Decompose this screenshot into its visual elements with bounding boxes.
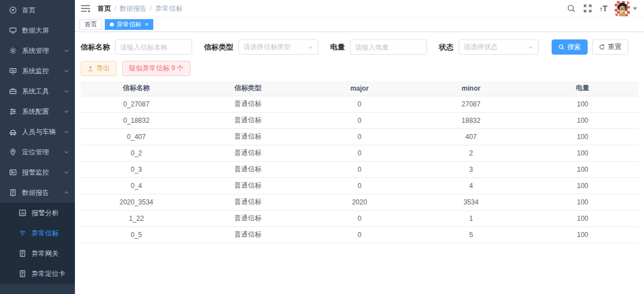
tab-home[interactable]: 首页 <box>79 19 102 30</box>
column-header: minor <box>415 81 527 96</box>
sidebar-item-label: 系统管理 <box>22 46 64 56</box>
sidebar-item-system-config[interactable]: 系统配置 <box>0 101 75 122</box>
chevron-down-icon <box>64 68 69 74</box>
table-cell: 0 <box>304 145 415 161</box>
table-cell: 100 <box>527 194 638 210</box>
chevron-down-icon <box>64 129 69 135</box>
tab-close-icon[interactable]: × <box>145 21 148 28</box>
font-size-icon[interactable]: TT <box>599 5 607 12</box>
filter-bar: 信标名称信标类型请选择信标类型电量状态请选择状态 搜索 重置 <box>75 32 644 61</box>
chevron-up-icon <box>64 190 69 195</box>
breadcrumb-data-reports[interactable]: 数据报告 <box>119 4 146 14</box>
chevron-down-icon <box>64 170 69 175</box>
table-row[interactable]: 2020_3534普通信标20203534100 <box>81 194 638 210</box>
alarm-icon <box>8 168 17 177</box>
column-header: 信标名称 <box>81 81 192 96</box>
beacon-name-input[interactable] <box>115 39 192 55</box>
action-row: 导出 疑似异常信标 9 个 <box>75 61 644 81</box>
breadcrumb-home[interactable]: 首页 <box>97 4 111 14</box>
table-header-row: 信标名称信标类型majorminor电量 <box>81 81 638 96</box>
sidebar-menu: 首页数据大屏系统管理系统监控系统工具系统配置人员与车辆定位管理报警监控数据报告报… <box>0 0 75 284</box>
search-button[interactable]: 搜索 <box>552 39 588 55</box>
table-cell: 0_2 <box>81 145 192 161</box>
breadcrumb-current: 异常信标 <box>156 4 183 14</box>
table-row[interactable]: 0_18832普通信标018832100 <box>81 112 638 128</box>
table-cell: 100 <box>527 226 638 243</box>
breadcrumb-separator: / <box>114 5 116 12</box>
table-cell: 普通信标 <box>192 96 304 112</box>
table-cell: 0_5 <box>81 226 192 243</box>
search-icon[interactable] <box>567 4 576 13</box>
table-row[interactable]: 0_3普通信标03100 <box>81 161 638 177</box>
screen-icon <box>8 26 17 35</box>
sidebar-item-alarm-monitoring[interactable]: 报警监控 <box>0 162 75 182</box>
table-cell: 100 <box>527 145 638 161</box>
chevron-down-icon <box>308 44 313 50</box>
filter-label-beacon-type: 信标类型 <box>204 42 233 52</box>
table-row[interactable]: 0_407普通信标0407100 <box>81 128 638 145</box>
sidebar-item-abnormal-location-card[interactable]: 异常定位卡 <box>0 264 75 284</box>
filter-group-beacon-type: 信标类型请选择信标类型 <box>204 39 318 55</box>
table-row[interactable]: 0_27087普通信标027087100 <box>81 96 638 112</box>
beacon-table: 信标名称信标类型majorminor电量 0_27087普通信标02708710… <box>81 81 638 243</box>
sidebar-item-data-screen[interactable]: 数据大屏 <box>0 20 75 41</box>
sidebar-item-system-tools[interactable]: 系统工具 <box>0 81 75 101</box>
sidebar-item-label: 报警分析 <box>32 208 69 218</box>
filter-group-beacon-name: 信标名称 <box>81 39 192 55</box>
monitor-icon <box>8 67 17 75</box>
gateway-icon <box>18 250 26 258</box>
sidebar-item-data-reports[interactable]: 数据报告 <box>0 182 75 203</box>
table-row[interactable]: 0_2普通信标02100 <box>81 145 638 161</box>
sidebar-item-system-management[interactable]: 系统管理 <box>0 41 75 61</box>
sidebar-item-abnormal-gateway[interactable]: 异常网关 <box>0 243 75 264</box>
sidebar-submenu: 报警分析异常信标异常网关异常定位卡 <box>0 203 75 284</box>
table-cell: 1_22 <box>81 210 192 226</box>
dashboard-icon <box>8 6 17 15</box>
chevron-down-icon <box>64 48 69 54</box>
tab-abnormal-beacon[interactable]: 异常信标 × <box>105 19 153 30</box>
report-icon <box>8 189 17 197</box>
filter-group-status: 状态请选择状态 <box>439 39 539 55</box>
filter-label-status: 状态 <box>439 42 454 52</box>
card-icon <box>18 270 26 278</box>
table-cell: 普通信标 <box>192 161 304 177</box>
table-row[interactable]: 1_22普通信标01100 <box>81 210 638 226</box>
sidebar-item-abnormal-beacon[interactable]: 异常信标 <box>0 223 75 243</box>
sidebar-item-location-management[interactable]: 定位管理 <box>0 142 75 162</box>
status-select[interactable]: 请选择状态 <box>459 39 539 55</box>
table-cell: 普通信标 <box>192 226 304 243</box>
table-row[interactable]: 0_4普通信标04100 <box>81 177 638 194</box>
table-cell: 100 <box>527 177 638 194</box>
table-cell: 普通信标 <box>192 128 304 145</box>
main-area: 首页 / 数据报告 / 异常信标 TT <box>75 0 644 294</box>
breadcrumb-separator: / <box>150 5 152 12</box>
table-cell: 18832 <box>415 112 527 128</box>
sidebar-item-label: 首页 <box>22 6 69 15</box>
toolbox-icon <box>8 87 17 96</box>
sidebar-fold-icon[interactable] <box>81 5 91 12</box>
table-cell: 100 <box>527 210 638 226</box>
battery-input[interactable] <box>350 39 427 55</box>
sidebar-item-label: 数据报告 <box>22 188 64 198</box>
reset-button[interactable]: 重置 <box>592 39 628 55</box>
active-tab-dot <box>110 23 114 26</box>
sidebar-item-personnel-vehicles[interactable]: 人员与车辆 <box>0 122 75 142</box>
chart-icon <box>18 209 26 217</box>
fullscreen-icon[interactable] <box>583 4 592 13</box>
sidebar-item-system-monitoring[interactable]: 系统监控 <box>0 61 75 81</box>
table-cell: 100 <box>527 112 638 128</box>
select-placeholder: 请选择状态 <box>464 42 498 52</box>
table-row[interactable]: 0_5普通信标05100 <box>81 226 638 243</box>
table-cell: 2020_3534 <box>81 194 192 210</box>
tags-view-bar: 首页 异常信标 × <box>75 17 644 32</box>
sidebar-item-home[interactable]: 首页 <box>0 0 75 20</box>
suspected-abnormal-beacon-badge[interactable]: 疑似异常信标 9 个 <box>122 61 190 76</box>
beacon-type-select[interactable]: 请选择信标类型 <box>238 39 318 55</box>
user-dropdown[interactable] <box>615 1 637 16</box>
export-button[interactable]: 导出 <box>81 61 117 76</box>
sidebar-item-alarm-analysis[interactable]: 报警分析 <box>0 203 75 223</box>
column-header: 电量 <box>527 81 638 96</box>
table-cell: 0_27087 <box>81 96 192 112</box>
sidebar-item-label: 报警监控 <box>22 168 64 177</box>
sidebar-item-label: 异常定位卡 <box>32 269 69 279</box>
